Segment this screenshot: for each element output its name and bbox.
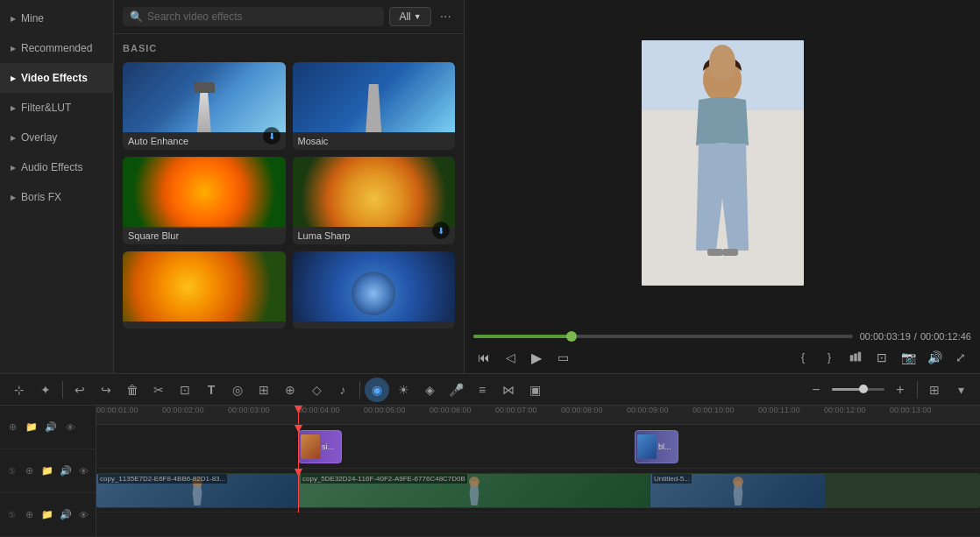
snapshot-button[interactable]: 📷 [898,347,919,368]
mark-out-button[interactable]: } [819,347,840,368]
time-mark-label: 00:00:10:00 [692,406,735,414]
time-mark-9: 00:00:09:00 [627,406,669,414]
tl-add3-icon[interactable]: ⊕ [24,509,37,520]
filter-button[interactable]: All ▼ [389,7,430,26]
sidebar-item-recommended[interactable]: ▶ Recommended [0,33,113,63]
effect-thumbnail [123,62,286,132]
tl-folder3-icon[interactable]: 📁 [41,509,54,520]
tool-image[interactable]: ⊞ [252,378,276,402]
more-button[interactable]: ··· [437,7,455,26]
grid-view-button[interactable]: ⊞ [922,378,947,402]
tool-cut[interactable]: ✂ [146,378,171,402]
tool-active[interactable]: ◉ [365,378,389,402]
tool-frame[interactable]: ▣ [522,378,547,402]
tool-crop[interactable]: ⊡ [173,378,197,402]
search-input[interactable] [147,11,377,23]
tool-select[interactable]: ⊹ [7,378,32,402]
time-mark-label: 00:00:05:00 [364,406,406,414]
tl-add-icon[interactable]: ⊕ [5,421,19,433]
tl-eye-icon[interactable]: 👁 [63,422,77,433]
sidebar-item-boris-fx[interactable]: ▶ Boris FX [0,182,113,212]
tl-folder2-icon[interactable]: 📁 [41,465,54,477]
fullscreen-button[interactable]: ⊡ [871,347,892,368]
effect-card-5[interactable] [123,251,286,329]
speed-button[interactable] [845,347,866,368]
time-mark-1: 00:00:01:00 [96,406,138,414]
progress-bar[interactable] [473,335,853,338]
skip-back-button[interactable]: ⏮ [473,347,494,368]
filter-label: All [399,11,410,23]
toolbar: ⊹ ✦ ↩ ↪ 🗑 ✂ ⊡ T ◎ ⊞ ⊕ ◇ ♪ ◉ ☀ ◈ 🎤 ≡ ⋈ ▣ … [0,374,980,406]
zoom-slider[interactable] [832,388,884,391]
expand-button[interactable]: ⤢ [950,347,971,368]
time-mark-2: 00:00:02:00 [162,406,204,414]
tl-audio2-icon[interactable]: 🔊 [60,465,73,477]
main-video-clip[interactable]: copy_1135E7D2-E6F8-4BB6-82D1-83... copy_… [96,473,980,508]
effects-content: BASIC ⬇ Auto Enhance Mosaic [114,34,464,373]
sidebar-item-audio-effects[interactable]: ▶ Audio Effects [0,152,113,182]
frame-back-button[interactable]: ◁ [500,347,521,368]
effect-card-6[interactable] [293,251,456,329]
sidebar-item-video-effects[interactable]: ▶ Video Effects [0,63,113,93]
effect-thumbnail [123,251,286,321]
effect-card-auto-enhance[interactable]: ⬇ Auto Enhance [123,62,286,150]
search-input-wrap[interactable]: 🔍 [123,7,384,26]
clip-bl[interactable]: bl... [635,430,678,463]
tl-audio-icon[interactable]: 🔊 [44,421,58,433]
time-mark-label: 00:00:01:00 [96,406,138,414]
tool-audio-wave[interactable]: ♪ [330,378,355,402]
svg-rect-7 [858,352,862,362]
zoom-in-button[interactable]: + [888,378,913,402]
tl-row-3: ⑤ ⊕ 📁 🔊 👁 [0,493,96,537]
effect-card-luma-sharp[interactable]: ⬇ Luma Sharp [293,157,456,244]
clip-thumb [301,435,320,459]
volume-button[interactable]: 🔊 [924,347,945,368]
tool-undo[interactable]: ↩ [67,378,92,402]
sidebar-item-label: Recommended [21,42,92,54]
sidebar-item-filter-lut[interactable]: ▶ Filter&LUT [0,93,113,123]
tool-transition[interactable]: ⋈ [496,378,521,402]
tool-redo[interactable]: ↪ [94,378,118,402]
svg-rect-4 [722,249,738,256]
tool-caption[interactable]: ≡ [470,378,494,402]
download-badge: ⬇ [263,127,281,145]
film-frame: copy_5DE32D24-116F-40F2-A9FE-6776C48C7D0… [299,474,650,507]
timeline-main[interactable]: 00:00:01:00 00:00:02:00 00:00:03:00 00:0… [96,406,980,537]
sidebar-item-overlay[interactable]: ▶ Overlay [0,123,113,152]
zoom-out-button[interactable]: − [804,378,828,402]
clip-siji[interactable]: si... [298,430,342,463]
settings-button[interactable]: ▾ [948,378,973,402]
effect-card-mosaic[interactable]: Mosaic [293,62,456,150]
clip-thumb [637,435,657,459]
tool-mic[interactable]: 🎤 [444,378,468,402]
sidebar-item-label: Video Effects [21,72,88,84]
tool-time[interactable]: ⊕ [278,378,302,402]
sidebar-item-label: Audio Effects [21,161,83,173]
search-icon: 🔍 [130,11,143,23]
tool-text[interactable]: T [199,378,224,402]
tl-eye3-icon[interactable]: 👁 [77,510,90,520]
tl-num-icon: ⑤ [5,466,18,476]
frame-forward-button[interactable]: ▭ [552,347,573,368]
time-mark-4: 00:00:04:00 [298,406,340,414]
tool-magic[interactable]: ✦ [33,378,58,402]
tool-delete[interactable]: 🗑 [120,378,145,402]
progress-thumb[interactable] [566,331,577,342]
effect-label [293,321,456,329]
tl-folder-icon[interactable]: 📁 [25,421,39,433]
preview-canvas [465,0,980,326]
play-button[interactable]: ▶ [526,347,547,368]
tool-shape[interactable]: ◇ [304,378,329,402]
tl-audio3-icon[interactable]: 🔊 [60,509,73,520]
effect-card-square-blur[interactable]: Square Blur [123,157,286,244]
preview-controls: 00:00:03:19 / 00:00:12:46 ⏮ ◁ ▶ ▭ { } [465,326,980,373]
tool-shield[interactable]: ◈ [417,378,442,402]
mark-in-button[interactable]: { [792,347,813,368]
tl-add2-icon[interactable]: ⊕ [24,465,37,477]
zoom-thumb[interactable] [859,385,868,393]
tool-draw[interactable]: ◎ [225,378,250,402]
tool-sun[interactable]: ☀ [391,378,415,402]
chevron-icon: ▶ [11,134,16,142]
tl-eye2-icon[interactable]: 👁 [77,466,90,477]
sidebar-item-mine[interactable]: ▶ Mine [0,4,113,33]
